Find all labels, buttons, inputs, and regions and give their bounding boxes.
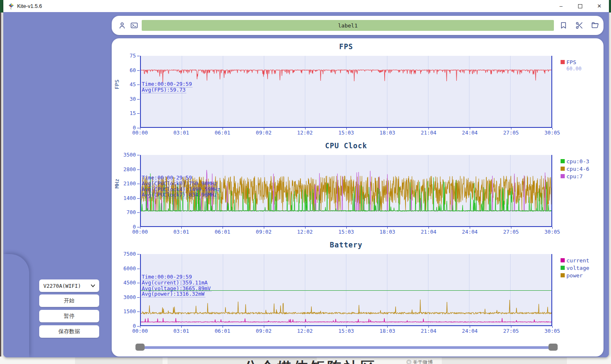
x-tick-mark — [346, 326, 347, 328]
device-select-value: V2270A(WIFI) — [43, 283, 81, 289]
x-tick-mark — [305, 128, 306, 130]
folder-icon[interactable] — [591, 21, 599, 30]
x-tick-mark — [552, 326, 553, 328]
chart-cpu-clock: CPU Clock MHz cpu:0-3cpu:4-6cpu:7 Time:0… — [112, 137, 603, 236]
x-tick-mark — [511, 326, 511, 328]
x-tick-label: 15:03 — [333, 328, 360, 334]
x-tick-mark — [223, 227, 223, 229]
x-tick-label: 06:01 — [209, 130, 236, 136]
charts-card: FPS FPS FPS60.00 Time:00:00-29:59Avg(FPS… — [112, 38, 603, 357]
x-tick-label: 12:02 — [291, 328, 319, 334]
chart-battery: Battery currentvoltagepower Time:00:00-2… — [112, 237, 603, 335]
maximize-icon — [578, 4, 582, 8]
x-tick-mark — [305, 227, 306, 229]
window-title: Kite-v1.5.6 — [17, 3, 42, 9]
x-tick-label: 27:05 — [497, 130, 525, 136]
x-tick-mark — [428, 227, 429, 229]
y-tick-label: 7500 — [112, 251, 136, 257]
sidebar-rail — [3, 254, 29, 357]
chart-legend: FPS60.00 — [561, 58, 581, 72]
x-tick-mark — [511, 128, 511, 130]
y-tick-mark — [137, 99, 140, 100]
x-tick-label: 30:05 — [538, 130, 566, 136]
x-tick-label: 18:03 — [373, 229, 401, 235]
legend-item[interactable]: cpu:0-3 — [561, 157, 589, 165]
chart-title: Battery — [112, 241, 581, 249]
y-tick-label: 75 — [112, 52, 136, 59]
chart-plot[interactable] — [140, 56, 552, 128]
y-tick-mark — [137, 184, 140, 184]
chart-legend: currentvoltagepower — [561, 257, 589, 279]
x-tick-mark — [181, 326, 182, 328]
y-tick-mark — [137, 297, 140, 298]
legend-item[interactable]: power — [561, 272, 589, 279]
legend-label: FPS — [566, 59, 576, 65]
x-tick-mark — [140, 227, 140, 229]
legend-item[interactable]: cpu:4-6 — [561, 165, 589, 172]
legend-swatch — [561, 258, 565, 262]
y-tick-mark — [137, 113, 140, 114]
y-tick-mark — [137, 155, 140, 155]
minimize-button[interactable]: – — [551, 0, 571, 12]
x-tick-mark — [223, 128, 223, 130]
y-tick-mark — [137, 312, 140, 312]
x-tick-mark — [428, 128, 429, 130]
y-tick-label: 45 — [112, 81, 136, 87]
legend-swatch — [561, 167, 565, 171]
x-tick-label: 09:02 — [250, 328, 278, 334]
x-tick-mark — [470, 227, 470, 229]
pause-button[interactable]: 暂停 — [39, 310, 99, 322]
time-range-slider-handle-right[interactable] — [548, 344, 558, 351]
time-range-slider-track[interactable] — [140, 346, 553, 349]
y-tick-mark — [137, 269, 140, 269]
legend-item[interactable]: current — [561, 257, 589, 264]
annotation-line: Avg(CPUClock7):834.96MHz — [142, 192, 218, 198]
legend-swatch — [561, 273, 565, 277]
label-input[interactable] — [142, 20, 554, 31]
start-button[interactable]: 开始 — [39, 294, 99, 307]
time-range-slider-handle-left[interactable] — [135, 344, 145, 351]
y-tick-label: 6000 — [112, 265, 136, 272]
close-button[interactable]: ✕ — [590, 0, 609, 12]
scissors-icon[interactable] — [575, 21, 583, 30]
legend-swatch — [561, 60, 565, 64]
titlebar: Kite-v1.5.6 – ✕ — [3, 0, 609, 12]
y-tick-mark — [137, 254, 140, 254]
x-tick-label: 12:02 — [291, 229, 319, 235]
legend-item[interactable]: cpu:7 — [561, 172, 589, 180]
y-tick-mark — [137, 85, 140, 85]
chart-title: CPU Clock — [112, 142, 581, 150]
user-icon[interactable] — [118, 21, 126, 30]
app-logo-icon — [8, 3, 15, 10]
x-tick-label: 18:03 — [373, 130, 401, 136]
legend-label: cpu:7 — [566, 173, 583, 180]
background-heading: 公众媒体矩阵社区 — [244, 358, 377, 364]
save-data-button[interactable]: 保存数据 — [39, 325, 99, 338]
x-tick-label: 30:05 — [538, 328, 566, 334]
legend-label: current — [566, 257, 589, 264]
x-tick-label: 24:04 — [456, 229, 483, 235]
y-tick-mark — [137, 326, 140, 327]
legend-item[interactable]: FPS — [561, 58, 581, 66]
background-block — [442, 357, 567, 364]
x-tick-label: 21:04 — [415, 328, 442, 334]
x-tick-label: 24:04 — [456, 130, 483, 136]
desktop-edge — [0, 0, 3, 12]
terminal-icon[interactable] — [130, 21, 138, 30]
x-tick-label: 15:03 — [333, 130, 360, 136]
y-tick-mark — [137, 212, 140, 213]
x-tick-label: 06:01 — [209, 229, 236, 235]
x-tick-mark — [264, 128, 264, 130]
device-select[interactable]: V2270A(WIFI) — [39, 279, 99, 292]
y-tick-label: 3500 — [112, 152, 136, 158]
legend-swatch — [561, 174, 565, 178]
x-tick-mark — [387, 326, 388, 328]
maximize-button[interactable] — [571, 0, 590, 12]
x-tick-mark — [470, 128, 470, 130]
bookmark-icon[interactable] — [559, 21, 568, 30]
legend-item[interactable]: voltage — [561, 264, 589, 272]
x-tick-label: 24:04 — [456, 328, 483, 334]
x-tick-mark — [181, 227, 182, 229]
legend-swatch — [561, 266, 565, 270]
x-tick-mark — [552, 227, 553, 229]
